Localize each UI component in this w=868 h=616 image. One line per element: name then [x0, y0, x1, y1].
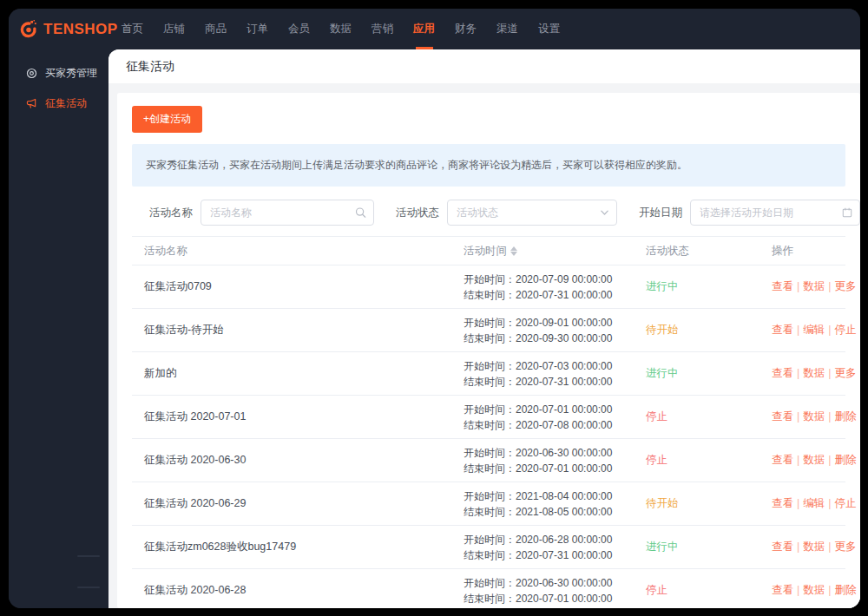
- action-separator: |: [797, 324, 799, 336]
- action-link-删除[interactable]: 删除: [835, 454, 857, 466]
- action-link-查看[interactable]: 查看: [772, 367, 793, 379]
- status-badge: 停止: [634, 410, 760, 424]
- activity-name-cell: 征集活动 2020-07-01: [132, 410, 451, 424]
- nav-item-11[interactable]: 设置: [538, 9, 560, 49]
- action-link-查看[interactable]: 查看: [772, 280, 793, 292]
- sidebar-dash: [77, 555, 100, 557]
- action-link-查看[interactable]: 查看: [772, 584, 793, 596]
- end-time: 结束时间：2020-07-01 00:00:00: [464, 591, 634, 606]
- start-date-placeholder: 请选择活动开始日期: [691, 206, 793, 220]
- start-time: 开始时间：2020-06-28 00:00:00: [464, 532, 634, 547]
- end-time: 结束时间：2020-09-30 00:00:00: [464, 331, 634, 346]
- nav-item-4[interactable]: 订单: [247, 9, 268, 49]
- table-header-label: 活动时间: [464, 244, 507, 259]
- action-separator: |: [828, 497, 831, 509]
- table-header-label: 活动状态: [646, 244, 689, 259]
- activity-name-cell: 征集活动-待开始: [132, 323, 451, 337]
- action-link-查看[interactable]: 查看: [772, 541, 793, 553]
- action-link-停止[interactable]: 停止: [835, 497, 857, 509]
- action-link-编辑[interactable]: 编辑: [803, 324, 825, 336]
- nav-item-2[interactable]: 店铺: [163, 9, 185, 49]
- nav-item-8[interactable]: 应用: [413, 9, 435, 49]
- action-link-更多[interactable]: 更多: [835, 367, 857, 379]
- action-link-数据[interactable]: 数据: [803, 454, 825, 466]
- action-link-数据[interactable]: 数据: [803, 367, 825, 379]
- content-area: +创建活动 买家秀征集活动，买家在活动期间上传满足活动要求的商品评论，商家将评论…: [108, 83, 860, 608]
- nav-item-1[interactable]: 首页: [122, 9, 143, 49]
- action-link-数据[interactable]: 数据: [803, 410, 825, 423]
- start-time: 开始时间：2020-06-30 00:00:00: [464, 445, 634, 461]
- start-time: 开始时间：2020-09-01 00:00:00: [464, 315, 634, 331]
- table-header-label: 操作: [772, 244, 793, 259]
- nav-item-3[interactable]: 商品: [205, 9, 227, 49]
- top-navigation: TENSHOP 首页店铺商品订单会员数据营销应用财务渠道设置: [9, 9, 860, 49]
- activity-time-cell: 开始时间：2020-07-01 00:00:00结束时间：2020-07-08 …: [451, 402, 634, 433]
- brand-logo-icon: [19, 20, 38, 39]
- activity-name-cell: 征集活动zm0628验收bug17479: [132, 540, 451, 554]
- filter-start-date: 开始日期 请选择活动开始日期: [639, 200, 860, 226]
- activity-time-cell: 开始时间：2020-07-03 00:00:00结束时间：2020-07-31 …: [451, 358, 634, 390]
- start-time: 开始时间：2020-07-01 00:00:00: [464, 402, 634, 417]
- sidebar-item-2[interactable]: 征集活动: [9, 88, 108, 119]
- actions-cell: 查看|数据|删除: [760, 453, 857, 468]
- activity-status-select[interactable]: 活动状态: [447, 200, 617, 226]
- activity-time-cell: 开始时间：2020-09-01 00:00:00结束时间：2020-09-30 …: [451, 315, 634, 346]
- chevron-down-icon: [600, 208, 609, 218]
- action-separator: |: [828, 367, 831, 379]
- action-link-查看[interactable]: 查看: [772, 410, 793, 423]
- sort-icon[interactable]: [510, 246, 517, 256]
- action-link-数据[interactable]: 数据: [803, 541, 825, 553]
- end-time: 结束时间：2020-07-31 00:00:00: [464, 374, 634, 390]
- activity-name-label: 活动名称: [149, 206, 193, 220]
- activity-name-input[interactable]: [201, 200, 373, 225]
- sidebar: 买家秀管理征集活动: [9, 49, 108, 608]
- action-separator: |: [797, 541, 799, 553]
- action-link-停止[interactable]: 停止: [835, 324, 857, 336]
- nav-item-6[interactable]: 数据: [330, 9, 352, 49]
- nav-item-10[interactable]: 渠道: [496, 9, 518, 49]
- activity-time-cell: 开始时间：2020-07-09 00:00:00结束时间：2020-07-31 …: [451, 272, 634, 303]
- action-link-编辑[interactable]: 编辑: [803, 497, 825, 509]
- action-separator: |: [828, 410, 831, 423]
- action-link-数据[interactable]: 数据: [803, 280, 825, 292]
- action-separator: |: [797, 454, 799, 466]
- create-activity-button[interactable]: +创建活动: [132, 106, 202, 133]
- activity-name-cell: 征集活动 2020-06-30: [132, 453, 451, 468]
- sidebar-item-1[interactable]: 买家秀管理: [9, 58, 108, 88]
- nav-item-9[interactable]: 财务: [455, 9, 477, 49]
- filter-activity-name: 活动名称: [149, 200, 396, 226]
- start-date-picker[interactable]: 请选择活动开始日期: [690, 200, 860, 226]
- calendar-icon: [842, 207, 852, 218]
- brand-logo[interactable]: TENSHOP: [19, 20, 122, 39]
- activity-time-cell: 开始时间：2020-06-28 00:00:00结束时间：2020-07-31 …: [451, 532, 634, 563]
- filter-activity-status: 活动状态 活动状态: [396, 200, 639, 226]
- end-time: 结束时间：2020-07-01 00:00:00: [464, 461, 634, 476]
- action-link-删除[interactable]: 删除: [835, 410, 857, 423]
- action-link-数据[interactable]: 数据: [803, 584, 825, 596]
- status-badge: 待开始: [634, 323, 760, 337]
- actions-cell: 查看|数据|删除: [760, 410, 857, 424]
- action-link-查看[interactable]: 查看: [772, 324, 793, 336]
- action-separator: |: [828, 541, 831, 553]
- end-time: 结束时间：2020-07-31 00:00:00: [464, 547, 634, 563]
- action-link-查看[interactable]: 查看: [772, 497, 793, 509]
- nav-item-7[interactable]: 营销: [372, 9, 393, 49]
- action-link-查看[interactable]: 查看: [772, 454, 793, 466]
- action-separator: |: [828, 454, 831, 466]
- page-title: 征集活动: [126, 59, 174, 75]
- page-header: 征集活动: [108, 49, 860, 83]
- sidebar-item-label: 征集活动: [45, 96, 87, 111]
- action-link-更多[interactable]: 更多: [835, 280, 857, 292]
- topnav-items: 首页店铺商品订单会员数据营销应用财务渠道设置: [122, 9, 580, 49]
- action-link-更多[interactable]: 更多: [835, 541, 857, 553]
- action-link-删除[interactable]: 删除: [835, 584, 857, 596]
- search-icon[interactable]: [355, 207, 366, 219]
- action-separator: |: [828, 324, 831, 336]
- activity-time-cell: 开始时间：2020-06-30 00:00:00结束时间：2020-07-01 …: [451, 445, 634, 476]
- table-row: 征集活动zm0628验收bug17479开始时间：2020-06-28 00:0…: [132, 526, 845, 569]
- status-badge: 进行中: [634, 366, 760, 381]
- nav-item-5[interactable]: 会员: [288, 9, 310, 49]
- activity-time-cell: 开始时间：2020-06-30 00:00:00结束时间：2020-07-01 …: [451, 575, 634, 606]
- status-badge: 停止: [634, 583, 760, 598]
- end-time: 结束时间：2020-07-31 00:00:00: [464, 287, 634, 303]
